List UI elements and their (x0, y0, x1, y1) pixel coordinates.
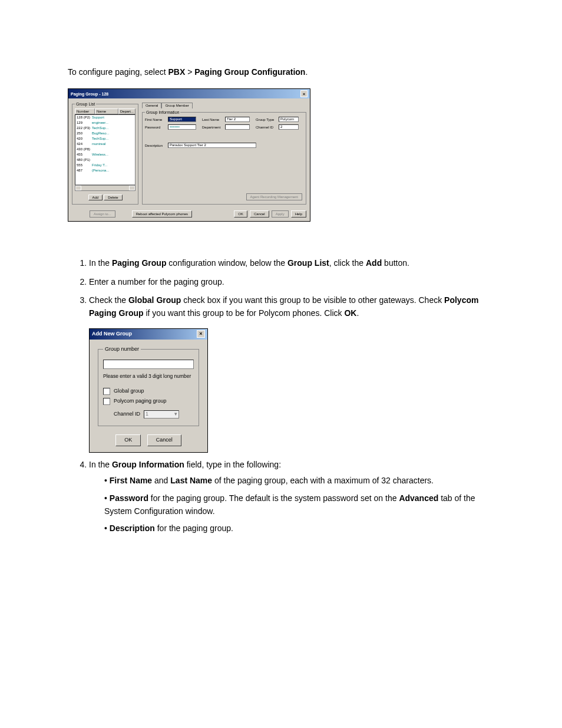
help-button[interactable]: Help (291, 210, 306, 218)
col-number[interactable]: Number (75, 108, 95, 114)
table-row: 129engineer... (75, 120, 135, 126)
tab-general[interactable]: General (142, 103, 161, 108)
tabs: General Group Member (142, 102, 306, 108)
firstname-label: First Name (145, 118, 166, 121)
bullet-password: Password for the paging group. The defau… (104, 492, 494, 518)
channelid-label: Channel ID (256, 126, 277, 129)
password-input[interactable]: •••••••• (168, 124, 196, 130)
group-list-panel: Group List Number Name Depart... 128 (P2… (72, 102, 138, 205)
table-row: 424montreal (75, 141, 135, 147)
group-number-input[interactable] (103, 360, 194, 369)
window-footer: Assign to... Reboot affected Polycom pho… (68, 208, 310, 221)
group-information-panel: Group Information First Name Support Las… (142, 110, 306, 205)
intro-line: To configure paging, select PBX > Paging… (68, 67, 494, 77)
password-label: Password (145, 126, 166, 129)
global-group-checkbox[interactable]: Global group (103, 387, 194, 396)
step-4: In the Group Information field, type in … (89, 459, 494, 535)
step-3: Check the Global Group check box if you … (89, 294, 494, 452)
table-row: 487(Persona... (75, 168, 135, 173)
ok-button[interactable]: OK (234, 210, 247, 218)
group-number-legend: Group number (103, 345, 141, 354)
table-row: 128 (P2)Support (75, 115, 135, 120)
description-label: Description (145, 144, 166, 147)
col-name[interactable]: Name (95, 108, 118, 114)
window-titlebar: Paging Group - 128 × (68, 89, 310, 98)
group-information-legend: Group Information (145, 110, 180, 114)
cancel-button[interactable]: Cancel (147, 434, 181, 446)
apply-button: Apply (272, 210, 289, 218)
lastname-label: Last Name (202, 118, 223, 121)
reboot-polycom-button[interactable]: Reboot affected Polycom phones (132, 210, 192, 218)
grouptype-input[interactable]: Polycom (279, 117, 299, 122)
department-label: Department (202, 126, 223, 129)
channelid-input[interactable]: 2 (279, 124, 299, 130)
assignto-button: Assign to... (90, 210, 115, 218)
close-icon[interactable]: × (197, 330, 205, 338)
ok-button[interactable]: OK (115, 434, 141, 446)
table-row: 420TechSup... (75, 136, 135, 141)
paging-group-window: Paging Group - 128 × Group List Number N… (68, 88, 310, 222)
tab-group-member[interactable]: Group Member (161, 103, 192, 108)
add-button[interactable]: Add (88, 195, 103, 200)
close-icon[interactable]: × (300, 90, 308, 97)
firstname-input[interactable]: Support (168, 117, 196, 122)
grouptype-label: Group Type (256, 118, 277, 121)
cancel-button[interactable]: Cancel (250, 210, 269, 218)
polycom-paging-group-checkbox[interactable]: Polycom paging group (103, 397, 194, 406)
table-row: 555Friday T... (75, 163, 135, 168)
group-list-legend: Group List (75, 102, 96, 106)
h-scrollbar[interactable] (75, 185, 135, 191)
table-row: 222 (P3)TechSup... (75, 126, 135, 131)
dialog-title: Add New Group (92, 330, 132, 338)
agent-recording-management-button[interactable]: Agent Recording Management (246, 193, 302, 200)
delete-button[interactable]: Delete (104, 195, 122, 200)
steps-list: In the Paging Group configuration window… (68, 257, 494, 535)
description-input[interactable]: Paradox Support Tier 2 (168, 143, 256, 148)
channelid-select[interactable]: 1▾ (144, 410, 179, 419)
lastname-input[interactable]: Tier 2 (225, 117, 250, 122)
table-row: 250BugReso... (75, 131, 135, 136)
table-row: 480 (P1) (75, 157, 135, 163)
group-number-fieldset: Group number Please enter a valid 3 digi… (98, 345, 199, 426)
checkbox-icon[interactable] (103, 388, 110, 395)
bullet-firstname-lastname: First Name and Last Name of the paging g… (104, 475, 494, 487)
department-input[interactable] (225, 124, 250, 130)
dialog-titlebar: Add New Group × (90, 329, 207, 340)
checkbox-icon[interactable] (103, 398, 110, 405)
col-dept[interactable]: Depart... (118, 108, 135, 114)
step-2: Enter a number for the paging group. (89, 276, 494, 289)
chevron-down-icon: ▾ (174, 410, 177, 419)
group-number-hint: Please enter a valid 3 digit long number (103, 373, 194, 380)
channelid-label: Channel ID (114, 410, 140, 419)
bullet-description: Description for the paging group. (104, 522, 494, 535)
group-list-rows[interactable]: 128 (P2)Support 129engineer... 222 (P3)T… (75, 114, 135, 185)
group-list-header: Number Name Depart... (75, 108, 135, 114)
table-row: 430 (P8) (75, 147, 135, 152)
window-title: Paging Group - 128 (71, 92, 108, 96)
step-1: In the Paging Group configuration window… (89, 257, 494, 270)
table-row: 455Wireless... (75, 152, 135, 157)
add-new-group-dialog: Add New Group × Group number Please ente… (89, 328, 208, 453)
